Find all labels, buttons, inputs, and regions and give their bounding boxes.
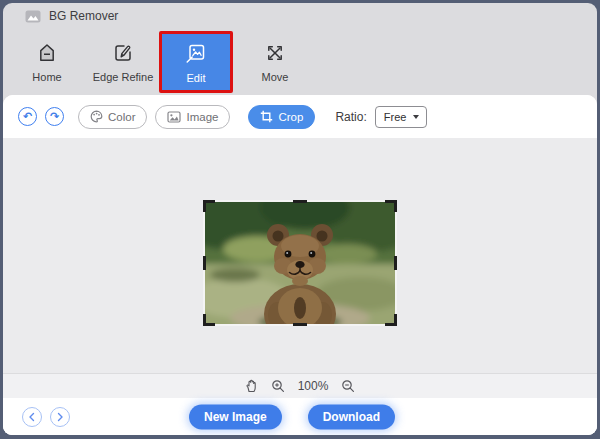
zoom-level-value: 100% [298,379,329,393]
caret-down-icon [413,115,419,119]
zoom-controls: 100% [3,373,597,398]
ratio-value: Free [384,111,407,123]
zoom-out-icon [341,379,355,393]
crop-handle-mid-top[interactable] [293,200,307,203]
crop-button[interactable]: Crop [248,105,315,129]
image-button-label: Image [186,111,218,123]
nav-item-edge-refine[interactable]: Edge Refine [83,31,163,93]
hand-icon [245,379,258,393]
nav-item-edit-active[interactable]: Edit [159,31,233,93]
nav-item-move[interactable]: Move [243,31,307,93]
main-nav: Home Edge Refine Edit [3,29,597,95]
crop-handle-mid-right[interactable] [394,256,397,270]
crop-handle-top-left[interactable] [203,200,215,212]
app-window: BG Remover Home Edge Refine [3,3,597,435]
color-button[interactable]: Color [78,105,147,129]
editor-panel: ↶ ↷ Color [3,95,597,435]
footer-bar: New Image Download [3,398,597,435]
app-logo-icon [25,10,41,23]
zoom-in-icon [271,379,285,393]
nav-item-home[interactable]: Home [15,31,79,93]
undo-icon: ↶ [23,111,32,122]
edit-icon [184,41,208,65]
palette-icon [90,110,103,123]
ratio-dropdown[interactable]: Free [375,106,427,128]
crop-handle-bottom-left[interactable] [203,314,215,326]
zoom-out-button[interactable] [341,379,355,393]
nav-label-move: Move [262,71,289,83]
zoom-in-button[interactable] [271,379,285,393]
title-bar: BG Remover [3,3,597,29]
quokka-photo [205,202,395,324]
color-button-label: Color [108,111,135,123]
undo-button[interactable]: ↶ [18,107,37,126]
redo-icon: ↷ [50,111,59,122]
nav-label-home: Home [32,71,61,83]
edge-refine-icon [112,42,134,64]
redo-button[interactable]: ↷ [45,107,64,126]
nav-label-edge-refine: Edge Refine [93,71,154,83]
move-icon [264,42,286,64]
crop-handle-mid-left[interactable] [203,256,206,270]
crop-handle-bottom-right[interactable] [385,314,397,326]
home-icon [36,42,58,64]
canvas-area [3,138,597,373]
canvas-image[interactable] [205,202,395,324]
image-icon [167,111,181,123]
download-button[interactable]: Download [308,404,395,429]
edit-toolbar: ↶ ↷ Color [3,95,597,138]
crop-button-label: Crop [278,111,303,123]
nav-label-edit: Edit [187,72,206,84]
new-image-button[interactable]: New Image [189,404,282,429]
crop-handle-top-right[interactable] [385,200,397,212]
ratio-label: Ratio: [335,110,366,124]
footer-actions: New Image Download [3,404,581,429]
hand-tool-button[interactable] [245,379,258,393]
crop-icon [260,110,273,123]
crop-handle-mid-bottom[interactable] [293,323,307,326]
app-title: BG Remover [49,9,118,23]
image-button[interactable]: Image [155,105,230,129]
